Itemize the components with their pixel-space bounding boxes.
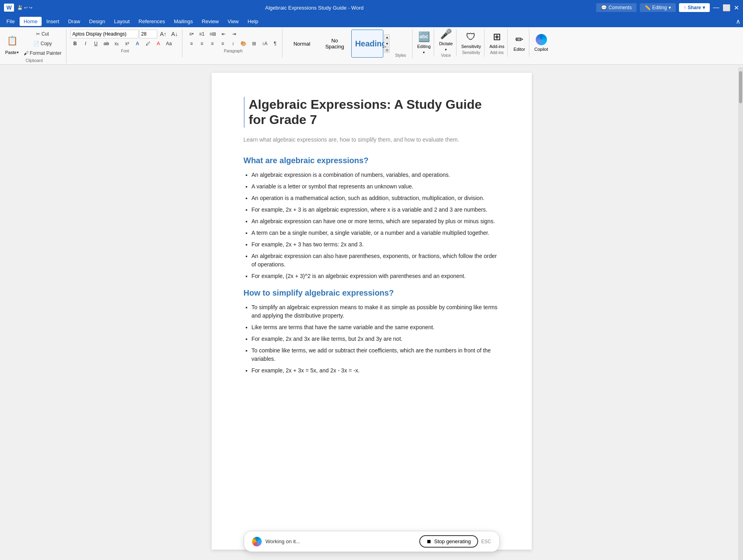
chevron-down-icon: ▾ bbox=[669, 5, 671, 10]
align-center-button[interactable]: ≡ bbox=[197, 39, 206, 48]
align-right-button[interactable]: ≡ bbox=[207, 39, 217, 48]
editing-button[interactable]: ✏️ Editing ▾ bbox=[640, 3, 676, 12]
dictate-chevron-icon: ▾ bbox=[445, 48, 447, 52]
menu-mailings[interactable]: Mailings bbox=[170, 17, 197, 26]
menu-insert[interactable]: Insert bbox=[42, 17, 64, 26]
paragraph-group-label: Paragraph bbox=[186, 49, 280, 53]
format-painter-button[interactable]: 🖌 Format Painter bbox=[22, 49, 64, 58]
editor-icon: ✏ bbox=[515, 34, 523, 45]
section2-list: To simplify an algebraic expression mean… bbox=[252, 303, 500, 375]
font-color-button[interactable]: A bbox=[154, 39, 163, 48]
addins-icon: ⊞ bbox=[493, 31, 501, 42]
menu-references[interactable]: References bbox=[134, 17, 169, 26]
shading-button[interactable]: 🎨 bbox=[238, 39, 248, 48]
menu-home[interactable]: Home bbox=[20, 17, 42, 26]
section1-heading[interactable]: What are algebraic expressions? bbox=[244, 156, 500, 165]
copilot-spinner-icon bbox=[252, 537, 262, 546]
list-item[interactable]: Like terms are terms that have the same … bbox=[252, 323, 500, 332]
sort-button[interactable]: ↕A bbox=[260, 39, 269, 48]
decrease-indent-button[interactable]: ⇤ bbox=[219, 30, 228, 38]
clear-format-button[interactable]: Aa bbox=[164, 39, 174, 48]
list-item[interactable]: A variable is a letter or symbol that re… bbox=[252, 182, 500, 191]
list-item[interactable]: For example, 2x and 3x are like terms, b… bbox=[252, 335, 500, 343]
title-bar-left: W 💾 ↩ ↪ bbox=[4, 4, 32, 12]
style-heading[interactable]: Heading bbox=[351, 30, 383, 58]
borders-button[interactable]: ⊞ bbox=[249, 39, 259, 48]
list-item[interactable]: An algebraic expression can have one or … bbox=[252, 217, 500, 226]
list-item[interactable]: For example, 2x + 3x = 5x, and 2x - 3x =… bbox=[252, 366, 500, 375]
menu-view[interactable]: View bbox=[224, 17, 243, 26]
underline-button[interactable]: U bbox=[91, 39, 101, 48]
list-item[interactable]: An algebraic expression is a combination… bbox=[252, 171, 500, 179]
copy-button[interactable]: 📄 Copy bbox=[22, 39, 64, 48]
close-button[interactable]: ✕ bbox=[734, 4, 739, 12]
stop-icon: ⏹ bbox=[427, 538, 432, 544]
dictate-action[interactable]: 🎤 Dictate ▾ Voice bbox=[436, 29, 456, 57]
strikethrough-button[interactable]: ab bbox=[102, 39, 111, 48]
editor-action[interactable]: ✏ Editor bbox=[509, 29, 529, 57]
text-effects-button[interactable]: A bbox=[133, 39, 142, 48]
copilot-status-bar: Working on it... ⏹ Stop generating ESC bbox=[244, 531, 500, 552]
paste-dropdown-icon[interactable]: ▾ bbox=[17, 50, 19, 54]
bold-button[interactable]: B bbox=[70, 39, 80, 48]
copilot-action[interactable]: Copilot bbox=[531, 29, 551, 57]
styles-scroll-up[interactable]: ▲ bbox=[384, 34, 390, 40]
style-normal[interactable]: Normal bbox=[286, 30, 318, 58]
increase-indent-button[interactable]: ⇥ bbox=[229, 30, 239, 38]
line-spacing-button[interactable]: ↕ bbox=[228, 39, 238, 48]
bullets-button[interactable]: ≡• bbox=[186, 30, 196, 38]
highlight-button[interactable]: 🖊 bbox=[143, 39, 153, 48]
styles-scroll: ▲ ▼ ⊡ bbox=[384, 34, 390, 53]
paste-button[interactable]: 📋 bbox=[5, 32, 19, 49]
maximize-button[interactable]: ⬜ bbox=[723, 4, 731, 12]
list-item[interactable]: To combine like terms, we add or subtrac… bbox=[252, 346, 500, 363]
menu-bar: File Home Insert Draw Design Layout Refe… bbox=[0, 15, 743, 27]
menu-help[interactable]: Help bbox=[244, 17, 262, 26]
editing-action[interactable]: 🔤 Editing ▾ bbox=[414, 29, 435, 57]
document-title-text[interactable]: Algebraic Expressions: A Study Guide for… bbox=[244, 97, 500, 128]
editing-chevron-icon: ▾ bbox=[423, 50, 425, 54]
list-item[interactable]: For example, 2x + 3 is an algebraic expr… bbox=[252, 206, 500, 214]
menu-review[interactable]: Review bbox=[198, 17, 223, 26]
list-item[interactable]: To simplify an algebraic expression mean… bbox=[252, 303, 500, 320]
list-item[interactable]: For example, 2x + 3 has two terms: 2x an… bbox=[252, 240, 500, 249]
menu-file[interactable]: File bbox=[2, 17, 19, 26]
subscript-button[interactable]: x₂ bbox=[112, 39, 122, 48]
font-size-input[interactable] bbox=[139, 30, 157, 38]
document-page[interactable]: Algebraic Expressions: A Study Guide for… bbox=[212, 73, 532, 550]
font-name-input[interactable] bbox=[70, 30, 138, 38]
vertical-scrollbar[interactable] bbox=[738, 67, 743, 558]
italic-button[interactable]: I bbox=[81, 39, 90, 48]
stop-generating-button[interactable]: ⏹ Stop generating bbox=[419, 535, 478, 548]
menu-layout[interactable]: Layout bbox=[110, 17, 134, 26]
style-no-spacing[interactable]: No Spacing bbox=[318, 30, 350, 58]
section2-heading[interactable]: How to simplify algebraic expressions? bbox=[244, 288, 500, 298]
comments-button[interactable]: 💬 Comments bbox=[596, 3, 637, 12]
menu-draw[interactable]: Draw bbox=[64, 17, 84, 26]
scrollbar-thumb[interactable] bbox=[739, 71, 742, 103]
ribbon-collapse-button[interactable]: ∧ bbox=[736, 18, 741, 25]
paste-area: 📋 Paste ▾ bbox=[5, 32, 19, 55]
sensitivity-action[interactable]: 🛡 Sensitivity Sensitivity bbox=[458, 29, 485, 57]
grow-font-button[interactable]: A↑ bbox=[158, 30, 168, 38]
menu-design[interactable]: Design bbox=[85, 17, 109, 26]
minimize-button[interactable]: — bbox=[713, 4, 719, 11]
superscript-button[interactable]: x² bbox=[122, 39, 132, 48]
multilevel-list-button[interactable]: ≡⊞ bbox=[207, 30, 218, 38]
share-button[interactable]: ↑ Share ▾ bbox=[679, 3, 710, 12]
list-item[interactable]: An operation is a mathematical action, s… bbox=[252, 194, 500, 202]
document-subtitle[interactable]: Learn what algebraic expressions are, ho… bbox=[244, 136, 500, 144]
cut-button[interactable]: ✂ Cut bbox=[22, 30, 64, 38]
styles-expand[interactable]: ⊡ bbox=[384, 47, 390, 53]
list-item[interactable]: For example, (2x + 3)^2 is an algebraic … bbox=[252, 272, 500, 280]
shrink-font-button[interactable]: A↓ bbox=[169, 30, 180, 38]
list-item[interactable]: An algebraic expression can also have pa… bbox=[252, 252, 500, 269]
align-left-button[interactable]: ≡ bbox=[186, 39, 196, 48]
editing-icon: ✏️ bbox=[645, 5, 651, 10]
styles-scroll-down[interactable]: ▼ bbox=[384, 41, 390, 46]
addins-action[interactable]: ⊞ Add-ins Add-ins bbox=[486, 29, 508, 57]
justify-button[interactable]: ≡ bbox=[218, 39, 227, 48]
numbering-button[interactable]: ≡1 bbox=[197, 30, 206, 38]
list-item[interactable]: A term can be a single number, a single … bbox=[252, 229, 500, 237]
pilcrow-button[interactable]: ¶ bbox=[270, 39, 280, 48]
